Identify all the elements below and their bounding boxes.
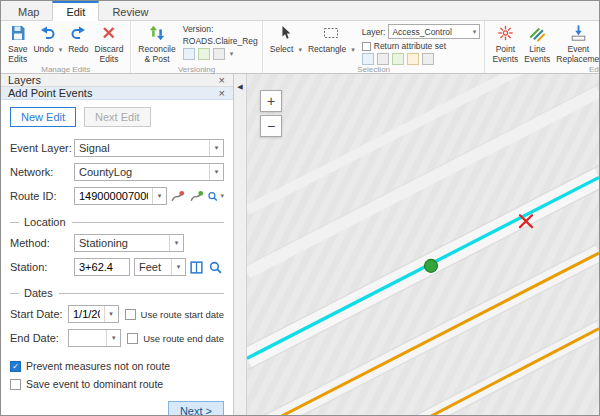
- add-point-events-form: New Edit Next Edit Event Layer: Signal ▾…: [1, 100, 233, 416]
- layers-pane-header: Layers ×: [1, 74, 233, 87]
- collapse-panel-icon[interactable]: ◀: [237, 83, 242, 415]
- dates-section-header: Dates: [10, 287, 224, 299]
- chevron-down-icon: ▾: [220, 192, 224, 200]
- layers-pane-title: Layers: [8, 74, 41, 86]
- end-date-combo[interactable]: ▾: [68, 329, 121, 347]
- layer-label: Layer:: [362, 27, 386, 37]
- prevent-measures-checkbox[interactable]: ✓: [10, 361, 21, 372]
- next-edit-button[interactable]: Next Edit: [84, 107, 151, 127]
- selection-options-icon[interactable]: [422, 53, 434, 65]
- select-route-icon[interactable]: [188, 188, 205, 205]
- event-layer-combo[interactable]: Signal ▾: [74, 139, 224, 157]
- station-input[interactable]: [75, 261, 129, 273]
- redo-icon: [70, 24, 86, 45]
- version-manage-icon[interactable]: [213, 48, 225, 60]
- zoom-in-button[interactable]: +: [260, 90, 282, 112]
- check-icon: ✓: [12, 362, 19, 371]
- highlighted-route-line[interactable]: [247, 177, 599, 358]
- tab-map[interactable]: Map: [5, 3, 52, 20]
- zoom-to-selection-icon[interactable]: [377, 53, 389, 65]
- return-attribute-set-label: Return attribute set: [374, 41, 446, 51]
- event-replacement-icon: [569, 24, 588, 45]
- chevron-down-icon: ▾: [59, 46, 63, 54]
- reselect-icon[interactable]: [392, 53, 404, 65]
- start-date-input[interactable]: [69, 308, 104, 320]
- reconcile-post-button[interactable]: Reconcile & Post: [135, 23, 178, 65]
- route-id-combo[interactable]: ▾: [74, 187, 167, 205]
- end-date-input[interactable]: [69, 332, 106, 344]
- use-route-start-label: Use route start date: [141, 309, 224, 320]
- panel-title: Add Point Events: [8, 87, 92, 99]
- undo-icon: [40, 24, 56, 45]
- add-point-events-header: Add Point Events ×: [1, 87, 233, 100]
- cursor-icon: [278, 24, 294, 45]
- chevron-down-icon: ▾: [209, 140, 223, 156]
- method-combo[interactable]: Stationing ▾: [74, 234, 184, 252]
- start-date-combo[interactable]: ▾: [68, 305, 119, 323]
- new-edit-button[interactable]: New Edit: [10, 107, 76, 127]
- end-date-label: End Date:: [10, 332, 68, 344]
- layer-combo[interactable]: Access_Control ▾: [388, 24, 480, 39]
- select-attributes-icon[interactable]: [362, 53, 374, 65]
- clear-selection-icon[interactable]: [407, 53, 419, 65]
- version-branch-icon[interactable]: [198, 48, 210, 60]
- use-route-end-checkbox[interactable]: [127, 333, 138, 344]
- close-icon[interactable]: ×: [218, 87, 226, 99]
- chevron-down-icon: ▾: [351, 46, 355, 54]
- chevron-down-icon: ▾: [152, 188, 166, 204]
- select-tool-button[interactable]: Select▾: [267, 23, 305, 56]
- event-replacement-button[interactable]: Event Replacement: [553, 23, 600, 65]
- chevron-down-icon: ▾: [171, 259, 185, 275]
- return-attribute-set-checkbox[interactable]: [362, 42, 371, 51]
- version-value: ROADS.Claire_Reg: [183, 36, 258, 46]
- save-dominant-checkbox[interactable]: [10, 379, 21, 390]
- event-layer-label: Event Layer:: [10, 142, 74, 154]
- use-route-start-checkbox[interactable]: [125, 309, 136, 320]
- method-label: Method:: [10, 237, 74, 249]
- group-selection: Select▾ Rectangle▾ Layer: Access_Control…: [263, 21, 486, 73]
- close-icon[interactable]: ×: [218, 74, 226, 86]
- tab-review[interactable]: Review: [99, 3, 161, 20]
- save-icon: [9, 24, 27, 45]
- route-id-input[interactable]: [75, 190, 152, 202]
- discard-icon: [100, 24, 118, 45]
- route-id-label: Route ID:: [10, 190, 74, 202]
- chevron-down-icon: ▾: [106, 330, 120, 346]
- station-input-box[interactable]: [74, 258, 130, 276]
- pick-station-icon[interactable]: [188, 259, 205, 276]
- network-label: Network:: [10, 166, 74, 178]
- save-dominant-label: Save event to dominant route: [26, 378, 163, 390]
- group-versioning: Reconcile & Post Version: ROADS.Claire_R…: [131, 21, 262, 73]
- group-edit-events: Point Events Line Events Event Replaceme…: [485, 21, 600, 73]
- station-label: Station:: [10, 261, 74, 273]
- network-combo[interactable]: CountyLog ▾: [74, 163, 224, 181]
- next-button[interactable]: Next >: [168, 401, 224, 416]
- line-events-button[interactable]: Line Events: [521, 23, 553, 65]
- chevron-down-icon[interactable]: ▾: [230, 50, 234, 58]
- redo-button[interactable]: Redo: [65, 23, 91, 56]
- line-events-icon: [528, 24, 547, 45]
- zoom-to-station-icon[interactable]: [207, 259, 224, 276]
- zoom-out-button[interactable]: −: [260, 115, 282, 137]
- undo-button[interactable]: Undo▾: [30, 23, 65, 56]
- panel-collapse-strip[interactable]: ◀: [234, 74, 247, 415]
- reconcile-icon: [147, 24, 167, 45]
- version-label: Version:: [183, 24, 214, 34]
- app-window: Map Edit Review Save Edits Undo▾ Redo: [0, 0, 600, 416]
- tab-edit[interactable]: Edit: [52, 1, 99, 21]
- zoom-to-route-icon[interactable]: ▾: [207, 188, 224, 205]
- station-units-combo[interactable]: Feet ▾: [134, 258, 186, 276]
- point-event-marker[interactable]: [425, 259, 438, 272]
- point-events-button[interactable]: Point Events: [489, 23, 521, 65]
- discard-edits-button[interactable]: Discard Edits: [92, 23, 127, 65]
- save-edits-button[interactable]: Save Edits: [5, 23, 30, 65]
- left-panel: Layers × Add Point Events × New Edit Nex…: [1, 74, 234, 415]
- map-view[interactable]: + −: [247, 74, 599, 415]
- chevron-down-icon: ▾: [473, 28, 477, 36]
- pick-route-icon[interactable]: [169, 188, 186, 205]
- chevron-down-icon: ▾: [298, 46, 302, 54]
- rectangle-select-icon: [322, 24, 340, 45]
- point-events-icon: [496, 24, 515, 45]
- rectangle-tool-button[interactable]: Rectangle▾: [305, 23, 358, 56]
- version-tool-icon[interactable]: [183, 48, 195, 60]
